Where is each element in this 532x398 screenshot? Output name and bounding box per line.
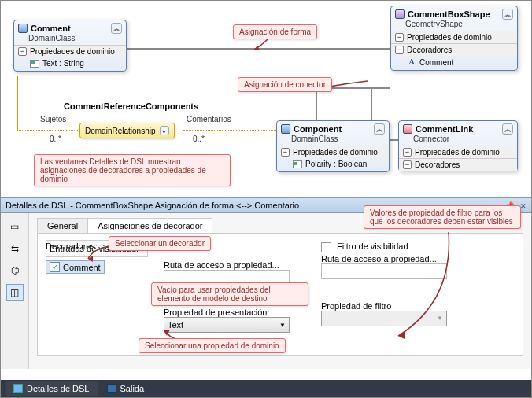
details-body: ▭ ⇆ ⌬ ◫ General Asignaciones de decorado…	[1, 213, 531, 369]
rel-box-label: DomainRelationship	[85, 127, 156, 135]
filter-path-label: Ruta de acceso a propiedad...	[321, 254, 455, 263]
rel-right-mult: 0..*	[193, 135, 205, 143]
chevron-down-icon: ▼	[279, 322, 286, 329]
status-dsl-label: Detalles de DSL	[27, 384, 90, 393]
expand-icon[interactable]: ⌄	[160, 126, 169, 135]
status-bar: Detalles de DSL Salida	[1, 380, 531, 397]
dsl-details-icon	[13, 384, 23, 393]
filter-column: Filtro de visibilidad Ruta de acceso a p…	[321, 259, 455, 326]
component-property[interactable]: Polarity : Boolean	[277, 158, 389, 171]
rel-left-mult: 0..*	[50, 135, 61, 143]
details-title: Detalles de DSL - CommentBoxShape Asigna…	[6, 201, 299, 210]
visibility-filter-checkbox[interactable]	[321, 242, 331, 252]
sidebar-btn-3[interactable]: ⌬	[6, 262, 24, 279]
rel-left-role: Sujetos	[40, 115, 66, 123]
sidebar-btn-1[interactable]: ▭	[6, 218, 24, 235]
callout-shape-map: Asignación de forma	[233, 24, 317, 39]
conn-vert-component	[316, 87, 317, 123]
class-icon	[281, 124, 290, 134]
decorators-list: ✓ Comment	[46, 259, 124, 274]
diagram-canvas: Comment ︽ DomainClass − Propiedades de d…	[1, 1, 531, 197]
cbs-section2: − Decoradores	[391, 43, 517, 56]
property-text: Polarity : Boolean	[305, 160, 367, 168]
commentboxshape-box[interactable]: CommentBoxShape ︽ GeometryShape − Propie…	[390, 6, 518, 71]
toggle-icon[interactable]: −	[403, 148, 412, 157]
callout-filter-values: Valores de propiedad de filtro para los …	[364, 205, 521, 229]
section-label: Propiedades de dominio	[415, 148, 500, 157]
callout-select-decorator: Seleccionar un decorador	[109, 236, 211, 251]
cbs-sub: GeometryShape	[391, 20, 517, 31]
toggle-icon[interactable]: −	[281, 148, 290, 157]
shape-icon	[395, 9, 405, 19]
display-prop-combo[interactable]: Text ▼	[164, 317, 290, 333]
collapse-icon[interactable]: ︽	[502, 9, 513, 20]
property-text: Text : String	[42, 59, 84, 68]
component-title: Component	[294, 124, 342, 134]
filter-prop-label: Propiedad de filtro	[321, 301, 455, 311]
comment-title: Comment	[31, 24, 71, 33]
toggle-icon[interactable]: −	[18, 47, 27, 56]
cl-section1: − Propiedades de dominio	[399, 146, 517, 158]
decorator-text: Comment	[419, 58, 453, 67]
cbs-title: CommentBoxShape	[408, 9, 490, 19]
component-section: − Propiedades de dominio	[277, 146, 389, 158]
checkbox-icon[interactable]: ✓	[50, 262, 60, 272]
sidebar-btn-2[interactable]: ⇆	[6, 240, 24, 257]
property-icon	[30, 60, 39, 68]
display-prop-value: Text	[168, 320, 183, 330]
visibility-filter-label: Filtro de visibilidad	[337, 241, 408, 251]
commentlink-box[interactable]: CommentLink ︽ Connector − Propiedades de…	[398, 120, 518, 171]
callout-dsl-note: Las ventanas Detalles de DSL muestran as…	[34, 154, 231, 186]
path-to-prop-label: Ruta de acceso a propiedad...	[164, 260, 305, 270]
shape-map-connector	[127, 48, 390, 50]
cl-section2: − Decoradores	[399, 158, 517, 171]
tab-decorator-maps[interactable]: Asignaciones de decorador	[87, 218, 212, 233]
connector-icon	[403, 124, 412, 134]
status-tab-dsl[interactable]: Detalles de DSL	[6, 381, 98, 396]
component-class-box[interactable]: Component ︽ DomainClass − Propiedades de…	[276, 120, 390, 172]
section-label: Decoradores	[415, 160, 460, 169]
rel-dotted-left	[17, 130, 79, 131]
section-label: Propiedades de dominio	[407, 33, 492, 42]
filter-path-input[interactable]	[321, 263, 447, 279]
collapse-icon[interactable]: ︽	[502, 123, 513, 135]
callout-select-domain-prop: Seleccionar una propiedad de dominio	[139, 338, 286, 353]
class-icon	[18, 24, 28, 33]
decorator-item-text: Comment	[63, 263, 101, 272]
cbs-decorator-item[interactable]: A Comment	[391, 56, 517, 70]
cl-title: CommentLink	[416, 124, 473, 134]
decorator-list-item[interactable]: ✓ Comment	[46, 260, 105, 274]
comment-section: − Propiedades de dominio	[14, 45, 126, 57]
callout-empty-target: Vacío para usar propiedades del elemento…	[151, 282, 308, 306]
rel-dotted-right	[183, 130, 278, 131]
comment-property[interactable]: Text : String	[14, 57, 126, 71]
rel-right-role: Comentarios	[187, 115, 231, 123]
chevron-down-icon: ▼	[437, 315, 443, 322]
toggle-icon[interactable]: −	[395, 33, 404, 42]
relationship-box[interactable]: DomainRelationship ⌄	[79, 123, 175, 138]
collapse-icon[interactable]: ︽	[374, 123, 385, 135]
component-sub: DomainClass	[277, 135, 389, 146]
comment-sub: DomainClass	[14, 34, 126, 45]
sidebar-btn-4[interactable]: ◫	[6, 284, 24, 301]
section-label: Propiedades de dominio	[30, 47, 115, 56]
filter-prop-combo[interactable]: ▼	[321, 311, 447, 326]
rel-dotted-vertical	[17, 76, 18, 130]
status-output-label: Salida	[120, 384, 145, 393]
status-tab-output[interactable]: Salida	[99, 381, 153, 396]
decoradores-label: Decoradores:	[46, 241, 98, 251]
toggle-icon[interactable]: −	[403, 160, 412, 169]
cl-sub: Connector	[399, 135, 517, 146]
text-decorator-icon: A	[407, 57, 416, 67]
details-sidebar: ▭ ⇆ ⌬ ◫	[1, 213, 29, 369]
toggle-icon[interactable]: −	[395, 46, 404, 54]
form-panel: Decoradores: ✓ Comment Ruta de acceso a …	[37, 234, 523, 356]
callout-connector-map: Asignación de conector	[238, 77, 332, 92]
collapse-icon[interactable]: ︽	[111, 23, 122, 34]
close-icon[interactable]	[520, 201, 526, 210]
comment-class-box[interactable]: Comment ︽ DomainClass − Propiedades de d…	[13, 20, 127, 72]
tab-general[interactable]: General	[37, 218, 88, 233]
svg-marker-3	[398, 331, 405, 339]
section-label: Decoradores	[407, 46, 452, 54]
property-icon	[293, 160, 302, 168]
